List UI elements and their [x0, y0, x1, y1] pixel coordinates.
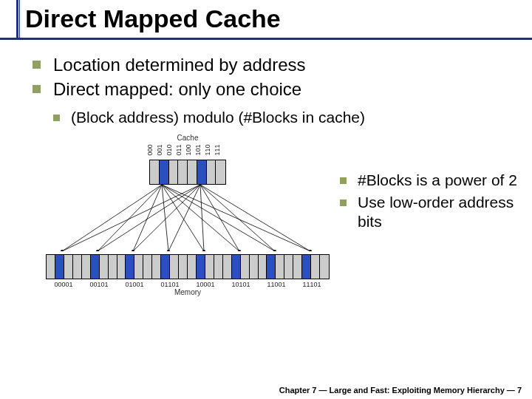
- svg-point-19: [167, 250, 170, 251]
- title-accent-bar: [16, 0, 18, 38]
- bullet-list-1: Location determined by address Direct ma…: [33, 53, 517, 128]
- svg-line-14: [200, 185, 275, 251]
- title-accent-bar-thin: [19, 0, 20, 38]
- cache-cell: [178, 160, 188, 184]
- bullet-item: Location determined by address: [33, 53, 517, 76]
- cache-cell: [150, 160, 160, 184]
- diagram-row: Cache 000 001 010 011 100 101 110 111: [33, 134, 517, 296]
- cache-cell-hl: [197, 160, 207, 184]
- cache-bits-row: 000 001 010 011 100 101 110 111: [40, 142, 335, 160]
- svg-line-1: [98, 185, 162, 251]
- svg-line-2: [133, 185, 162, 251]
- mem-cell: [320, 255, 329, 279]
- memory-label: Memory: [40, 288, 335, 296]
- mem-cell-hl: [197, 255, 205, 279]
- mem-cell-hl: [302, 255, 311, 279]
- svg-line-3: [162, 185, 168, 251]
- mem-cell-hl: [126, 255, 134, 279]
- side-bullet: #Blocks is a power of 2: [340, 171, 517, 190]
- mem-cell-hl: [267, 255, 276, 279]
- mapping-lines: [40, 185, 335, 251]
- slide-footer: Chapter 7 — Large and Fast: Exploiting M…: [279, 386, 522, 395]
- svg-line-15: [200, 185, 310, 251]
- mem-cell: [284, 255, 293, 279]
- mem-cell: [293, 255, 302, 279]
- svg-point-23: [309, 250, 312, 251]
- mem-cell: [179, 255, 188, 279]
- title-wrap: Direct Mapped Cache: [0, 0, 532, 40]
- cache-bit: 111: [213, 146, 231, 155]
- mapping-svg: [40, 185, 335, 251]
- cache-cell: [188, 160, 197, 184]
- mem-cell: [82, 255, 91, 279]
- mem-cell: [241, 255, 250, 279]
- svg-line-4: [162, 185, 204, 251]
- svg-line-9: [98, 185, 200, 251]
- mem-cell: [47, 255, 55, 279]
- cache-label: Cache: [40, 134, 335, 142]
- mem-cell: [259, 255, 267, 279]
- svg-line-6: [162, 185, 275, 251]
- svg-point-16: [61, 250, 64, 251]
- mem-cell: [109, 255, 117, 279]
- mem-addr: 10001: [188, 281, 223, 288]
- mem-cell-hl: [91, 255, 100, 279]
- mem-addr: 11101: [294, 281, 330, 288]
- svg-line-0: [62, 185, 162, 251]
- mem-addr: 01101: [152, 281, 188, 288]
- side-notes: #Blocks is a power of 2 Use low-order ad…: [335, 134, 517, 296]
- mem-cell: [73, 255, 82, 279]
- mem-cell: [134, 255, 143, 279]
- cache-cell: [216, 160, 225, 184]
- mem-cell-hl: [232, 255, 241, 279]
- svg-line-13: [200, 185, 239, 251]
- cache-diagram: Cache 000 001 010 011 100 101 110 111: [33, 134, 335, 296]
- mem-cell-hl: [161, 255, 170, 279]
- mem-cell: [205, 255, 214, 279]
- bullet-subitem: (Block address) modulo (#Blocks in cache…: [53, 108, 517, 127]
- mem-cell: [250, 255, 259, 279]
- svg-line-10: [133, 185, 200, 251]
- mem-cell: [143, 255, 152, 279]
- mem-addr: 11001: [259, 281, 294, 288]
- mem-cell: [170, 255, 179, 279]
- mem-cell: [152, 255, 161, 279]
- mem-addr: 00001: [46, 281, 81, 288]
- slide-content: Location determined by address Direct ma…: [0, 44, 532, 296]
- side-bullets: #Blocks is a power of 2 Use low-order ad…: [340, 171, 517, 232]
- mem-cell: [117, 255, 126, 279]
- side-bullet: Use low-order address bits: [340, 193, 517, 232]
- slide-title: Direct Mapped Cache: [25, 4, 532, 38]
- mem-cell: [214, 255, 223, 279]
- mem-cell: [311, 255, 320, 279]
- cache-cell: [169, 160, 179, 184]
- mem-cell: [100, 255, 109, 279]
- bullet-item: Direct mapped: only one choice (Block ad…: [33, 78, 517, 127]
- cache-cell: [207, 160, 216, 184]
- bullet-list-2: (Block address) modulo (#Blocks in cache…: [53, 108, 517, 127]
- mem-cell: [188, 255, 197, 279]
- mem-addr: 01001: [117, 281, 152, 288]
- memory-blocks: [46, 254, 330, 279]
- mem-cell: [223, 255, 232, 279]
- cache-cell-hl: [160, 160, 169, 184]
- mem-addr: 10101: [223, 281, 259, 288]
- mem-cell: [276, 255, 284, 279]
- svg-line-8: [62, 185, 200, 251]
- mem-cell-hl: [55, 255, 64, 279]
- mem-addr: 00101: [81, 281, 117, 288]
- memory-addrs: 00001 00101 01001 01101 10001 10101 1100…: [46, 281, 330, 288]
- mem-cell: [64, 255, 73, 279]
- bullet-text: Direct mapped: only one choice: [53, 79, 301, 99]
- cache-blocks: [149, 160, 226, 185]
